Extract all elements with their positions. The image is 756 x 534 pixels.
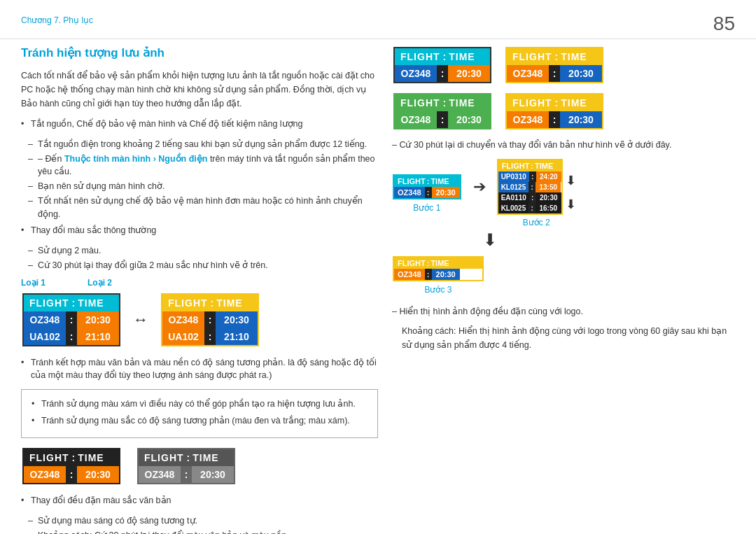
time-label-l2: TIME <box>216 297 242 309</box>
ryb-header: FLIGHT : TIME <box>507 48 602 65</box>
dash-4b: Khoảng cách: Cứ 30 phút lại thay đổi màu… <box>28 529 378 535</box>
step3-board: FLIGHT : TIME OZ348 : 20:30 <box>393 256 484 281</box>
colon-ryb2: : <box>555 97 559 108</box>
bullet-2-list: Thay đổi màu sắc thông thường <box>21 224 378 237</box>
colon-l2: : <box>211 297 214 309</box>
time-rcb-r1: 20:30 <box>448 65 490 82</box>
s1-oz348: OZ348 <box>394 187 425 198</box>
time-label-bb1: TIME <box>78 452 104 463</box>
page-number: 85 <box>713 13 735 35</box>
s2-time: TIME <box>535 162 553 170</box>
s2-c2: : <box>528 182 536 192</box>
step1-col: FLIGHT : TIME OZ348 : 20:30 Bước 1 <box>392 174 462 213</box>
dash-list-2: Sử dụng 2 màu. Cứ 30 phút lại thay đổi g… <box>28 244 378 272</box>
loai2-row1: OZ348 : 20:30 <box>162 311 258 328</box>
s2-row4: KL0025 : 16:50 <box>498 203 561 213</box>
rcb-row1: OZ348 : 20:30 <box>395 65 490 82</box>
right-boards-pair-2: FLIGHT : TIME OZ348 : 20:30 FLIGHT : TIM… <box>392 92 735 131</box>
dash-4a: Sử dụng màu sáng có độ sáng tương tự. <box>28 514 378 528</box>
colon-rgb: : <box>443 97 447 108</box>
right-yellow-board: FLIGHT : TIME OZ348 : 20:30 <box>505 47 603 83</box>
bb1-row1: OZ348 : 20:30 <box>24 466 119 483</box>
s1-time: TIME <box>430 177 449 185</box>
colon-bb1: : <box>72 452 76 463</box>
s3-colon: : <box>427 259 430 267</box>
dash-2a: Sử dụng 2 màu. <box>28 244 378 258</box>
oz348-rgb: OZ348 <box>395 111 437 128</box>
ua102-l2: UA102 <box>162 328 204 345</box>
arrow-down-1: ⬇ <box>566 173 576 188</box>
oz348-bb1: OZ348 <box>24 466 66 483</box>
time-l1-r1: 20:30 <box>77 311 119 328</box>
black-boards-row: FLIGHT : TIME OZ348 : 20:30 FLIGHT : TIM… <box>21 447 378 486</box>
loai1-row1: OZ348 : 20:30 <box>24 311 119 328</box>
colon-l1-r2: : <box>66 328 77 345</box>
arrow-horizontal: ↔ <box>133 311 148 329</box>
loai2-row2: UA102 : 21:10 <box>162 328 258 345</box>
ryb2-header: FLIGHT : TIME <box>507 94 602 111</box>
s3-t1: 20:30 <box>432 269 460 280</box>
time-gb2-r1: 20:30 <box>192 466 234 483</box>
dash-1c: Bạn nên sử dụng màn hình chờ. <box>28 180 378 193</box>
right-yellow-board2: FLIGHT : TIME OZ348 : 20:30 <box>505 93 603 129</box>
s3-c1: : <box>425 269 432 280</box>
flight-ryb: FLIGHT <box>512 51 552 62</box>
s3-time: TIME <box>430 259 449 267</box>
rcb-header: FLIGHT : TIME <box>395 48 490 65</box>
time-rcb: TIME <box>449 51 475 62</box>
ua102-l1: UA102 <box>24 328 66 345</box>
colon-ryb: : <box>555 51 559 62</box>
loai2-header: FLIGHT : TIME <box>162 295 258 311</box>
s2-kl0125: KL0125 <box>498 182 529 192</box>
oz348-rcb: OZ348 <box>395 65 437 82</box>
oz348-ryb2: OZ348 <box>507 111 549 128</box>
right-boards-pair-1: FLIGHT : TIME OZ348 : 20:30 FLIGHT : TIM… <box>392 45 735 85</box>
colon-l1: : <box>72 297 76 309</box>
s1-t1: 20:30 <box>432 187 460 198</box>
loai-labels: Loại 1 Loại 2 <box>21 278 378 288</box>
loai1-board: FLIGHT : TIME OZ348 : 20:30 UA102 : 21:1… <box>22 293 120 346</box>
gb2-header: FLIGHT : TIME <box>139 449 234 466</box>
colon-rgb-r1: : <box>437 111 448 128</box>
s3-oz348: OZ348 <box>394 269 425 280</box>
flight-label-l1: FLIGHT <box>29 297 69 309</box>
note-bullet-1: Tránh sử dụng màu xám vì điều này có thể… <box>31 397 368 411</box>
note-box: Tránh sử dụng màu xám vì điều này có thể… <box>21 389 378 438</box>
loai2-label: Loại 2 <box>88 278 112 288</box>
dash-list-1: Tắt nguồn điện trong khoảng 2 tiếng sau … <box>28 138 378 221</box>
ryb-row1: OZ348 : 20:30 <box>507 65 602 82</box>
arrow-down-between-steps: ⬇ <box>483 230 497 250</box>
time-label-l1: TIME <box>78 297 104 309</box>
colon-l2-r1: : <box>204 311 216 328</box>
bullet-3-list: Tránh kết hợp màu văn bản và màu nền có … <box>21 356 378 383</box>
black-board-1: FLIGHT : TIME OZ348 : 20:30 <box>22 448 120 484</box>
oz348-ryb: OZ348 <box>507 65 549 82</box>
right-green-board: FLIGHT : TIME OZ348 : 20:30 <box>393 93 491 129</box>
s2-c1: : <box>529 171 536 182</box>
bb1-header: FLIGHT : TIME <box>24 449 119 466</box>
colon-bb1-r1: : <box>66 466 77 483</box>
s1-c1: : <box>425 187 432 198</box>
loai-boards-row: FLIGHT : TIME OZ348 : 20:30 UA102 : 21:1… <box>21 292 378 348</box>
dash-1a: Tắt nguồn điện trong khoảng 2 tiếng sau … <box>28 138 378 151</box>
ryb2-row1: OZ348 : 20:30 <box>507 111 602 128</box>
step1-board: FLIGHT : TIME OZ348 : 20:30 <box>393 174 461 199</box>
time-label-gb2: TIME <box>192 452 218 463</box>
step1-label: Bước 1 <box>413 203 440 213</box>
arrow-right-step: ➔ <box>473 178 486 196</box>
time-ryb2: TIME <box>561 97 587 108</box>
intro-text: Cách tốt nhất để bảo vệ sản phẩm khỏi hi… <box>21 69 378 111</box>
s2-ea0110: EA0110 <box>498 192 529 203</box>
s2-t1: 24:20 <box>536 171 561 182</box>
time-ryb2-r1: 20:30 <box>560 111 602 128</box>
s2-t3: 20:30 <box>536 192 561 203</box>
colon-rcb-r1: : <box>437 65 448 82</box>
s1-header: FLIGHT : TIME <box>394 176 460 187</box>
divider <box>0 38 756 39</box>
bottom-notes: – Hiển thị hình ảnh động đều đặn cùng vớ… <box>392 304 735 352</box>
s1-row1: OZ348 : 20:30 <box>394 187 460 198</box>
left-column: Tránh hiện tượng lưu ảnh Cách tốt nhất đ… <box>21 45 378 534</box>
time-rgb-r1: 20:30 <box>448 111 490 128</box>
oz348-l2: OZ348 <box>162 311 204 328</box>
right-cyan-board: FLIGHT : TIME OZ348 : 20:30 <box>393 47 491 83</box>
